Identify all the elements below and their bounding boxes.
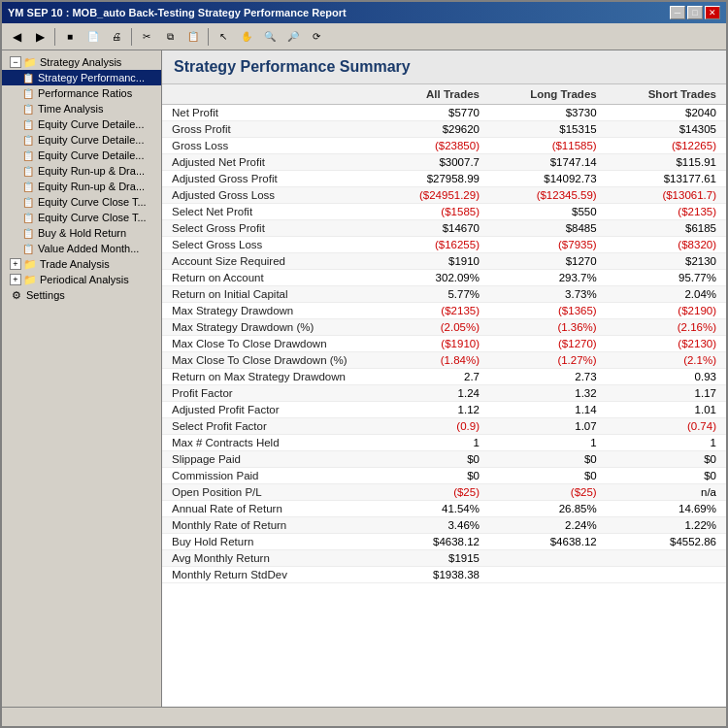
sidebar-item-value-added[interactable]: 📋 Value Added Month... [2, 241, 161, 256]
row-long: $15315 [489, 121, 607, 138]
row-long: $14092.73 [489, 171, 607, 187]
report-icon-4: 📋 [21, 117, 35, 131]
row-short [607, 567, 726, 583]
close-button[interactable]: ✕ [705, 6, 720, 19]
row-short: (2.16%) [607, 319, 726, 336]
col-header-label [162, 84, 381, 105]
row-label: Max Close To Close Drawdown [162, 336, 381, 352]
row-long: ($11585) [489, 138, 607, 154]
row-all: 302.09% [381, 270, 489, 286]
sidebar-item-time-analysis[interactable]: 📋 Time Analysis [2, 101, 161, 116]
row-all: 1.12 [381, 402, 489, 418]
hand-button[interactable]: ✋ [236, 26, 257, 48]
row-all: $27958.99 [381, 171, 489, 187]
page-button[interactable]: 📄 [83, 26, 104, 48]
buy-hold-label: Buy & Hold Return [38, 227, 126, 239]
refresh-button[interactable]: ⟳ [306, 26, 327, 48]
row-long: 2.73 [489, 369, 607, 385]
settings-icon: ⚙ [10, 288, 23, 302]
row-long: ($1270) [489, 336, 607, 352]
row-short: $6185 [607, 220, 726, 237]
col-header-all: All Trades [381, 84, 489, 105]
row-short: $2040 [607, 105, 726, 121]
sidebar-item-equity-run-2[interactable]: 📋 Equity Run-up & Dra... [2, 179, 161, 194]
sidebar-item-equity-close-2[interactable]: 📋 Equity Curve Close T... [2, 210, 161, 225]
expand-trade-analysis[interactable]: + [10, 258, 21, 270]
row-label: Select Gross Loss [162, 237, 381, 253]
print-button[interactable]: 🖨 [106, 26, 127, 48]
row-label: Return on Initial Capital [162, 286, 381, 303]
row-label: Commission Paid [162, 468, 381, 484]
table-row: Select Profit Factor(0.9)1.07(0.74) [162, 418, 726, 435]
stop-button[interactable]: ■ [59, 26, 81, 48]
row-short: ($2130) [607, 336, 726, 352]
sidebar-item-performance-ratios[interactable]: 📋 Performance Ratios [2, 85, 161, 101]
row-all: ($25) [381, 484, 489, 501]
row-label: Select Profit Factor [162, 418, 381, 435]
report-icon-12: 📋 [21, 242, 35, 255]
report-icon-5: 📋 [21, 133, 35, 147]
minimize-button[interactable]: ─ [670, 6, 685, 19]
row-all: $1938.38 [381, 567, 489, 583]
sidebar-item-equity-curve-3[interactable]: 📋 Equity Curve Detaile... [2, 148, 161, 163]
row-long: $550 [489, 204, 607, 220]
table-row: Return on Max Strategy Drawdown2.72.730.… [162, 369, 726, 385]
sidebar-item-strategy-performance[interactable]: 📋 Strategy Performanc... [2, 70, 161, 85]
row-label: Select Gross Profit [162, 220, 381, 237]
row-label: Gross Loss [162, 138, 381, 154]
table-row: Return on Initial Capital5.77%3.73%2.04% [162, 286, 726, 303]
row-label: Adjusted Gross Profit [162, 171, 381, 187]
sidebar-item-buy-hold[interactable]: 📋 Buy & Hold Return [2, 225, 161, 241]
sidebar-item-strategy-analysis[interactable]: − 📁 Strategy Analysis [2, 54, 161, 70]
zoom-in-button[interactable]: 🔍 [259, 26, 281, 48]
row-short: $4552.86 [607, 534, 726, 550]
row-all: ($2135) [381, 303, 489, 319]
row-all: (0.9) [381, 418, 489, 435]
sidebar-item-equity-close-1[interactable]: 📋 Equity Curve Close T... [2, 194, 161, 210]
table-row: Adjusted Profit Factor1.121.141.01 [162, 402, 726, 418]
row-long [489, 550, 607, 567]
equity-curve-3-label: Equity Curve Detaile... [38, 149, 144, 161]
row-all: ($16255) [381, 237, 489, 253]
zoom-out-button[interactable]: 🔎 [282, 26, 304, 48]
row-all: $1910 [381, 253, 489, 270]
report-icon-8: 📋 [21, 180, 35, 193]
col-header-long: Long Trades [489, 84, 607, 105]
sidebar-item-equity-run-1[interactable]: 📋 Equity Run-up & Dra... [2, 163, 161, 179]
row-all: $14670 [381, 220, 489, 237]
sidebar-item-settings[interactable]: ⚙ Settings [2, 287, 161, 303]
sidebar-item-periodical-analysis[interactable]: + 📁 Periodical Analysis [2, 272, 161, 287]
cursor-button[interactable]: ↖ [213, 26, 234, 48]
row-short: ($2190) [607, 303, 726, 319]
row-short: (0.74) [607, 418, 726, 435]
row-short: ($12265) [607, 138, 726, 154]
cut-button[interactable]: ✂ [136, 26, 157, 48]
back-button[interactable]: ◀ [6, 26, 27, 48]
expand-periodical-analysis[interactable]: + [10, 274, 21, 285]
row-all: ($23850) [381, 138, 489, 154]
row-long: $0 [489, 451, 607, 468]
row-label: Return on Account [162, 270, 381, 286]
sidebar-item-equity-curve-2[interactable]: 📋 Equity Curve Detaile... [2, 132, 161, 148]
expand-strategy-analysis[interactable]: − [10, 56, 21, 68]
row-long: $0 [489, 468, 607, 484]
content-area: Strategy Performance Summary All Trades … [162, 50, 726, 707]
report-icon-3: 📋 [21, 102, 35, 116]
maximize-button[interactable]: □ [687, 6, 703, 19]
row-label: Annual Rate of Return [162, 501, 381, 517]
paste-button[interactable]: 📋 [182, 26, 204, 48]
window-title: YM SEP 10 : MOB_auto Back-Testing Strate… [8, 7, 347, 18]
row-short: 2.04% [607, 286, 726, 303]
sidebar-item-trade-analysis[interactable]: + 📁 Trade Analysis [2, 256, 161, 272]
row-all: 1.24 [381, 385, 489, 402]
equity-run-1-label: Equity Run-up & Dra... [38, 165, 145, 177]
table-row: Buy Hold Return$4638.12$4638.12$4552.86 [162, 534, 726, 550]
copy-button[interactable]: ⧉ [159, 26, 181, 48]
forward-button[interactable]: ▶ [29, 26, 50, 48]
row-label: Adjusted Profit Factor [162, 402, 381, 418]
row-all: $4638.12 [381, 534, 489, 550]
table-row: Open Position P/L($25)($25)n/a [162, 484, 726, 501]
sidebar-item-equity-curve-1[interactable]: 📋 Equity Curve Detaile... [2, 116, 161, 132]
report-icon-2: 📋 [21, 86, 35, 100]
folder-icon: 📁 [23, 55, 37, 69]
